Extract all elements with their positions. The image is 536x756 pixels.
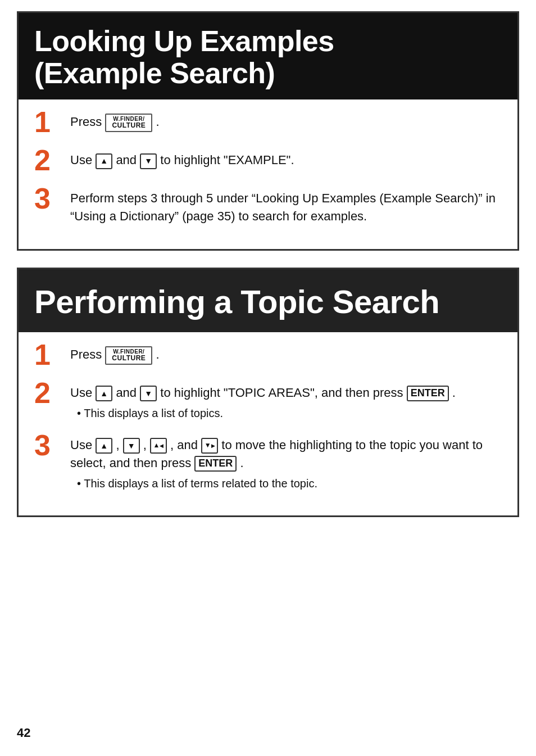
- s2-step3-comma1: ,: [116, 438, 122, 452]
- arrow-upleft-3: ▲◀: [150, 438, 167, 454]
- section2-title: Performing a Topic Search: [34, 284, 502, 320]
- arrow-up-3: ▲: [96, 438, 112, 454]
- s2-step1-period: .: [156, 347, 159, 361]
- s2-step1-content: Press W.FINDER/ CULTURE .: [70, 342, 160, 365]
- arrow-downright-3: ▼▶: [201, 438, 218, 454]
- wfinder-key-1: W.FINDER/ CULTURE: [105, 114, 152, 132]
- s2-step3-use: Use: [70, 438, 96, 452]
- arrow-down-1: ▼: [140, 153, 157, 169]
- s2-step2-number: 2: [34, 378, 65, 408]
- section2-step3: 3 Use ▲ , ▼ , ▲◀ , and ▼▶ to move the hi…: [34, 433, 502, 492]
- s2-step2-and: and: [116, 386, 140, 400]
- s2-step3-content: Use ▲ , ▼ , ▲◀ , and ▼▶ to move the high…: [70, 433, 502, 492]
- enter-key-2: ENTER: [194, 456, 237, 472]
- step2-use: Use: [70, 153, 96, 167]
- arrow-down-2: ▼: [140, 386, 157, 401]
- step3-number: 3: [34, 184, 65, 213]
- arrow-up-1: ▲: [96, 153, 112, 169]
- s2-step2-bullet: This displays a list of topics.: [70, 405, 456, 422]
- enter-key-1: ENTER: [407, 386, 449, 401]
- s2-step2-use: Use: [70, 386, 96, 400]
- section2-box: Performing a Topic Search 1 Press W.FIND…: [17, 268, 519, 517]
- page-number: 42: [17, 726, 30, 740]
- s2-step3-comma3: , and: [170, 438, 201, 452]
- wfinder-bottom-1: CULTURE: [112, 122, 146, 129]
- section1-step2: 2 Use ▲ and ▼ to highlight "EXAMPLE".: [34, 148, 502, 175]
- wfinder-bottom-2: CULTURE: [112, 355, 146, 362]
- step1-content: Press W.FINDER/ CULTURE .: [70, 110, 160, 132]
- section1-step1: 1 Press W.FINDER/ CULTURE .: [34, 110, 502, 137]
- section2-body: 1 Press W.FINDER/ CULTURE . 2 Use ▲ and …: [19, 332, 517, 515]
- arrow-up-2: ▲: [96, 386, 112, 401]
- step1-period: .: [156, 115, 159, 129]
- section1-title: Looking Up Examples (Example Search): [34, 25, 502, 89]
- step1-number: 1: [34, 107, 65, 137]
- s2-step2-content: Use ▲ and ▼ to highlight "TOPIC AREAS", …: [70, 381, 456, 422]
- section1-body: 1 Press W.FINDER/ CULTURE . 2 Use ▲ and …: [19, 99, 517, 249]
- step2-and: and: [116, 153, 140, 167]
- s2-step3-bullet: This displays a list of terms related to…: [70, 476, 502, 492]
- step2-text: to highlight "EXAMPLE".: [160, 153, 294, 167]
- s2-step3-number: 3: [34, 431, 65, 460]
- section1-step3: 3 Perform steps 3 through 5 under “Looki…: [34, 186, 502, 225]
- s2-step1-number: 1: [34, 340, 65, 369]
- arrow-down-3: ▼: [123, 438, 140, 454]
- s2-step1-press: Press: [70, 347, 105, 361]
- s2-step2-period: .: [452, 386, 456, 400]
- s2-step3-period: .: [240, 456, 244, 470]
- wfinder-top-2: W.FINDER/: [112, 348, 146, 355]
- s2-step3-comma2: ,: [143, 438, 150, 452]
- wfinder-key-2: W.FINDER/ CULTURE: [105, 346, 152, 365]
- s2-step2-text: to highlight "TOPIC AREAS", and then pre…: [160, 386, 406, 400]
- step2-number: 2: [34, 146, 65, 175]
- section2-step2: 2 Use ▲ and ▼ to highlight "TOPIC AREAS"…: [34, 381, 502, 422]
- step2-content: Use ▲ and ▼ to highlight "EXAMPLE".: [70, 148, 294, 169]
- step3-content: Perform steps 3 through 5 under “Looking…: [70, 186, 502, 225]
- section1-box: Looking Up Examples (Example Search) 1 P…: [17, 11, 519, 251]
- section2-header: Performing a Topic Search: [19, 269, 517, 332]
- step1-press-label: Press: [70, 115, 102, 129]
- section2-step1: 1 Press W.FINDER/ CULTURE .: [34, 342, 502, 369]
- section1-header: Looking Up Examples (Example Search): [19, 13, 517, 99]
